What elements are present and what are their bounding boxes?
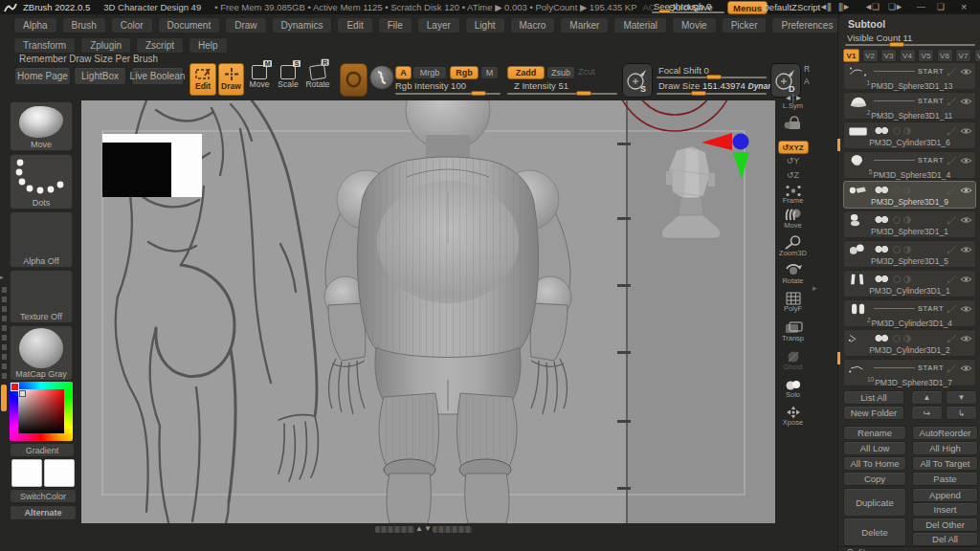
scale-gizmo-button[interactable]: S Scale bbox=[276, 65, 301, 89]
menu-draw[interactable]: Draw bbox=[225, 17, 266, 33]
subtool-item-selected[interactable]: PM3D_Sphere3D1_9 bbox=[843, 181, 976, 209]
z-rotate-button[interactable]: ↺Z bbox=[777, 170, 809, 180]
polypaint-dots-icon[interactable] bbox=[874, 215, 890, 224]
subtool-thumbnail[interactable] bbox=[846, 154, 871, 167]
window-close-icon[interactable]: × bbox=[961, 1, 966, 12]
insert-button[interactable]: Insert bbox=[912, 502, 978, 517]
draw-size-icon-button[interactable]: D bbox=[770, 63, 801, 98]
eye-icon[interactable] bbox=[960, 215, 972, 225]
menus-button[interactable]: Menus bbox=[727, 1, 768, 14]
color-picker[interactable] bbox=[10, 382, 73, 441]
bottom-divider-down-icon[interactable]: ▼ bbox=[424, 524, 432, 533]
menu-layer[interactable]: Layer bbox=[417, 17, 460, 33]
rgb-toggle[interactable]: Rgb bbox=[450, 66, 479, 79]
subtool-thumbnail[interactable] bbox=[846, 184, 871, 197]
new-folder-button[interactable]: New Folder bbox=[843, 406, 904, 420]
duplicate-button[interactable]: Duplicate bbox=[843, 488, 906, 517]
eye-icon[interactable] bbox=[960, 186, 972, 195]
eye-icon[interactable] bbox=[960, 245, 972, 254]
default-zscript-button[interactable]: DefaultZScript bbox=[763, 2, 820, 12]
subtool-item[interactable]: PM3D_Sphere3D1_1 bbox=[843, 210, 976, 238]
tab-v5[interactable]: V5 bbox=[918, 49, 934, 62]
menu-transform[interactable]: Transform bbox=[13, 37, 76, 54]
visible-count-handle[interactable] bbox=[889, 42, 904, 47]
eye-icon[interactable] bbox=[960, 364, 972, 373]
subtool-thumbnail[interactable] bbox=[846, 273, 871, 286]
z-intensity-slider[interactable] bbox=[507, 93, 617, 95]
polypaint-dots-icon[interactable] bbox=[874, 334, 890, 342]
zcut-toggle[interactable]: Zcut bbox=[578, 67, 595, 77]
focal-shift-icon-button[interactable]: S bbox=[622, 63, 653, 98]
draw-mode-button[interactable]: Draw bbox=[218, 63, 244, 96]
y-rotate-button[interactable]: ↺Y bbox=[777, 156, 809, 165]
see-through-slider-handle[interactable] bbox=[658, 10, 671, 13]
append-button[interactable]: Append bbox=[912, 488, 978, 502]
rotate-gizmo-button[interactable]: R Rotate bbox=[304, 65, 331, 89]
eye-icon[interactable] bbox=[960, 334, 972, 343]
menu-help[interactable]: Help bbox=[189, 37, 228, 54]
doc-tray-right-icon[interactable]: ❏► bbox=[888, 2, 902, 11]
ghost-button[interactable]: Ghost bbox=[777, 350, 809, 371]
menu-zscript[interactable]: Zscript bbox=[136, 37, 184, 54]
menu-material[interactable]: Material bbox=[613, 17, 667, 33]
m-toggle[interactable]: M bbox=[480, 66, 499, 79]
bottom-divider-grip-left[interactable] bbox=[375, 526, 414, 533]
subtool-thumbnail[interactable] bbox=[846, 362, 871, 375]
all-low-button[interactable]: All Low bbox=[843, 441, 906, 455]
menu-alpha[interactable]: Alpha bbox=[13, 17, 57, 33]
switch-color-button[interactable]: SwitchColor bbox=[10, 489, 77, 503]
polypaint-dots-icon[interactable] bbox=[874, 126, 890, 135]
subtool-thumbnail[interactable] bbox=[846, 213, 871, 227]
menu-macro[interactable]: Macro bbox=[510, 17, 556, 33]
tray-toggle-left-icon[interactable]: ◄||| bbox=[819, 2, 831, 11]
xyz-symmetry-button[interactable]: ↺XYZ bbox=[777, 141, 809, 154]
subtool-item[interactable]: START 2PM3D_Cylinder3D1_4 bbox=[843, 299, 976, 327]
viewport-canvas[interactable] bbox=[81, 100, 775, 523]
move-out-button[interactable]: ↪ bbox=[911, 406, 943, 420]
subtool-item[interactable]: PM3D_Sphere3D1_5 bbox=[843, 240, 976, 268]
alternate-button[interactable]: Alternate bbox=[10, 505, 77, 520]
eye-icon[interactable] bbox=[960, 304, 972, 314]
menu-edit[interactable]: Edit bbox=[337, 17, 372, 33]
eye-icon[interactable] bbox=[960, 156, 972, 165]
tab-v1[interactable]: V1 bbox=[843, 49, 859, 62]
texture-selector[interactable]: Texture Off bbox=[10, 270, 73, 323]
eye-icon[interactable] bbox=[960, 126, 972, 136]
menu-brush[interactable]: Brush bbox=[62, 17, 106, 33]
menu-color[interactable]: Color bbox=[111, 17, 153, 33]
edit-mode-button[interactable]: Edit bbox=[189, 63, 216, 96]
eye-icon[interactable] bbox=[960, 275, 972, 284]
anchor-toggle[interactable]: A bbox=[395, 66, 412, 79]
tab-v4[interactable]: V4 bbox=[900, 49, 916, 62]
zsub-toggle[interactable]: Zsub bbox=[546, 66, 575, 79]
frame-button[interactable]: Frame bbox=[777, 185, 809, 205]
a-shelf-letter[interactable]: A bbox=[804, 77, 810, 86]
left-tray-arrow-icon[interactable]: ▸ bbox=[0, 274, 4, 281]
menu-picker[interactable]: Picker bbox=[722, 17, 768, 33]
z-intensity-handle[interactable] bbox=[576, 91, 591, 96]
visible-count-slider[interactable] bbox=[845, 44, 975, 46]
secondary-color-swatch[interactable] bbox=[44, 459, 75, 487]
paste-button[interactable]: Paste bbox=[912, 472, 978, 486]
delete-button[interactable]: Delete bbox=[843, 518, 906, 546]
menu-dynamics[interactable]: Dynamics bbox=[272, 17, 333, 33]
subtool-item[interactable]: START 1PM3D_Sphere3D1_13 bbox=[843, 62, 976, 90]
polypaint-dots-icon[interactable] bbox=[874, 275, 890, 283]
subtool-item[interactable]: PM3D_Cylinder3D1_6 bbox=[843, 121, 976, 149]
menu-document[interactable]: Document bbox=[158, 17, 221, 33]
all-to-home-button[interactable]: All To Home bbox=[843, 456, 906, 471]
solo-button[interactable]: Solo bbox=[777, 378, 809, 399]
rgb-intensity-handle[interactable] bbox=[471, 91, 486, 96]
bottom-divider-up-icon[interactable]: ▲ bbox=[415, 524, 423, 533]
list-all-button[interactable]: List All bbox=[843, 390, 904, 405]
polypaint-dots-icon[interactable] bbox=[874, 186, 890, 194]
doc-tray-left-icon[interactable]: ◄❏ bbox=[864, 2, 879, 11]
gradient-toggle[interactable]: Gradient bbox=[10, 443, 75, 457]
lightbox-button[interactable]: LightBox bbox=[74, 67, 126, 85]
stroke-type-button[interactable] bbox=[369, 65, 394, 90]
current-brush-button[interactable] bbox=[340, 63, 368, 97]
left-tray-divider[interactable] bbox=[2, 287, 7, 383]
subtool-thumbnail[interactable] bbox=[846, 243, 871, 256]
del-other-button[interactable]: Del Other bbox=[912, 518, 978, 532]
local-symmetry-button[interactable]: ◄│► L.Sym bbox=[777, 94, 809, 110]
